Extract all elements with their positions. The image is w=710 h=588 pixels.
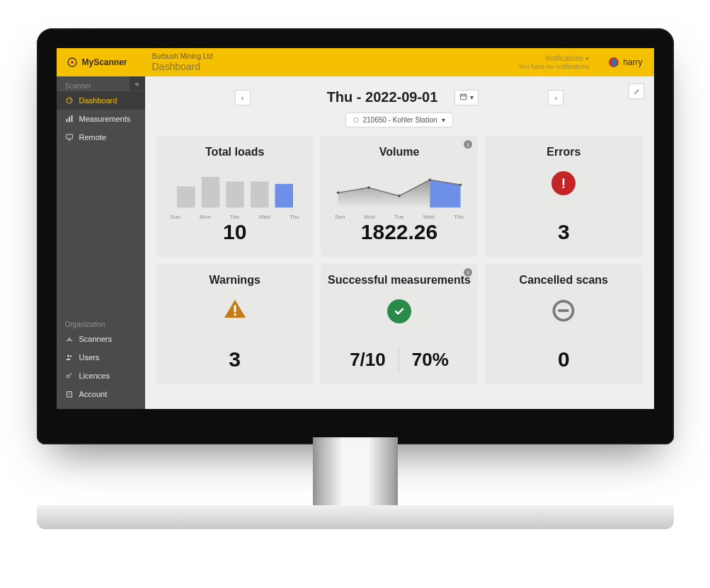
svg-rect-10 — [67, 392, 71, 398]
card-errors[interactable]: Errors 3 — [485, 136, 642, 257]
chart-day-labels: SunMonTueWedThu — [335, 214, 464, 220]
card-title: Cancelled scans — [520, 274, 608, 287]
calendar-icon — [459, 93, 467, 102]
dashboard-cards: Total loads SunMonTueWedThu 10 i Volume … — [156, 136, 643, 384]
chart-day-labels: SunMonTueWedThu — [171, 214, 299, 220]
date-navigator: ‹ Thu - 2022-09-01 ▾ › — [156, 89, 643, 105]
svg-point-18 — [367, 186, 370, 189]
svg-point-23 — [234, 313, 236, 316]
monitor-chin — [37, 505, 674, 529]
svg-rect-15 — [251, 182, 268, 208]
chevron-left-icon: ‹ — [241, 93, 244, 102]
svg-point-21 — [459, 183, 462, 186]
svg-rect-5 — [71, 115, 72, 122]
topbar: MyScanner Burbush Mining Ltd Dashboard N… — [57, 48, 654, 76]
svg-rect-4 — [69, 117, 70, 122]
svg-point-17 — [337, 192, 340, 195]
notifications[interactable]: Notifications ▾ You have no notification… — [518, 54, 597, 71]
brand[interactable]: MyScanner — [57, 57, 145, 68]
card-volume[interactable]: i Volume SunMonTueWedThu 1822.26 — [321, 136, 478, 257]
chevron-down-icon: ▾ — [585, 54, 589, 62]
key-icon — [65, 371, 74, 380]
chevron-down-icon: ▾ — [470, 93, 474, 101]
svg-point-8 — [69, 355, 71, 357]
chevron-right-icon: › — [555, 93, 558, 102]
dashboard-icon — [65, 96, 74, 105]
card-title: Warnings — [210, 274, 260, 287]
expand-icon: ⤢ — [634, 88, 639, 96]
sidebar-item-label: Licences — [79, 371, 110, 380]
sidebar-item-label: Account — [79, 390, 108, 398]
svg-point-19 — [398, 195, 401, 197]
svg-rect-11 — [461, 94, 466, 99]
user-avatar-icon: 👤 — [609, 57, 619, 67]
svg-point-9 — [67, 375, 69, 378]
success-percentage: 70% — [412, 349, 449, 371]
sidebar-item-label: Dashboard — [79, 96, 118, 105]
breadcrumb: Burbush Mining Ltd Dashboard — [145, 50, 220, 76]
svg-rect-14 — [226, 182, 244, 208]
station-status-dot-icon — [353, 117, 358, 122]
sidebar-item-label: Users — [79, 353, 100, 362]
next-day-button[interactable]: › — [548, 90, 563, 105]
card-value: 3 — [558, 220, 570, 244]
card-title: Errors — [546, 146, 580, 158]
sidebar-item-dashboard[interactable]: Dashboard — [57, 91, 145, 110]
sidebar-item-licences[interactable]: Licences — [57, 367, 145, 385]
svg-rect-16 — [275, 184, 292, 207]
total-loads-bar-chart — [171, 166, 299, 211]
card-title: Successful measurements — [328, 274, 471, 287]
notifications-title: Notifications — [545, 54, 583, 62]
brand-name: MyScanner — [82, 57, 127, 67]
info-icon[interactable]: i — [464, 268, 472, 277]
signal-icon — [65, 335, 74, 343]
svg-rect-3 — [66, 119, 67, 122]
sidebar-item-account[interactable]: Account — [57, 385, 145, 403]
user-menu[interactable]: 👤 harry — [597, 57, 653, 67]
monitor-frame: MyScanner Burbush Mining Ltd Dashboard N… — [37, 28, 674, 529]
svg-point-1 — [71, 61, 74, 64]
info-icon[interactable]: i — [464, 140, 472, 149]
card-successful-measurements[interactable]: i Successful measurements 7/10 70% — [321, 264, 478, 384]
calendar-picker-button[interactable]: ▾ — [454, 90, 479, 105]
sidebar-section-organization: Organization — [57, 315, 145, 330]
monitor-icon — [65, 133, 74, 142]
users-icon — [65, 353, 74, 362]
svg-point-20 — [428, 178, 431, 181]
card-cancelled-scans[interactable]: Cancelled scans 0 — [485, 264, 642, 384]
chart-bars-icon — [65, 115, 74, 123]
card-value: 0 — [558, 347, 570, 371]
sidebar-item-label: Remote — [79, 133, 107, 142]
card-total-loads[interactable]: Total loads SunMonTueWedThu 10 — [156, 136, 314, 257]
svg-rect-12 — [177, 186, 195, 207]
prev-day-button[interactable]: ‹ — [235, 90, 251, 105]
monitor-bezel: MyScanner Burbush Mining Ltd Dashboard N… — [37, 28, 674, 444]
sidebar-item-measurements[interactable]: Measurements — [57, 110, 145, 128]
card-value: 10 — [223, 220, 246, 244]
station-label: 210650 - Kohler Station — [362, 116, 437, 124]
svg-rect-6 — [66, 134, 72, 139]
sidebar-item-remote[interactable]: Remote — [57, 128, 145, 146]
fullscreen-button[interactable]: ⤢ — [629, 83, 644, 99]
card-title: Total loads — [205, 146, 264, 158]
warning-icon — [222, 296, 248, 325]
sidebar-collapse-button[interactable]: « — [130, 76, 145, 91]
card-value: 3 — [229, 347, 241, 371]
station-selector[interactable]: 210650 - Kohler Station ▾ — [345, 113, 452, 127]
checkmark-icon — [387, 299, 411, 323]
sidebar: « Scanner Dashboard Measurements — [57, 76, 145, 409]
card-value: 1822.26 — [361, 220, 437, 244]
sidebar-item-scanners[interactable]: Scanners — [57, 330, 145, 348]
breadcrumb-org: Burbush Mining Ltd — [152, 52, 213, 61]
success-ratio: 7/10 — [350, 349, 386, 371]
volume-area-chart — [335, 166, 464, 211]
card-warnings[interactable]: Warnings 3 — [156, 264, 314, 384]
date-title: Thu - 2022-09-01 — [320, 89, 445, 105]
chevron-down-icon: ▾ — [442, 116, 445, 124]
sidebar-item-users[interactable]: Users — [57, 348, 145, 367]
chevron-double-left-icon: « — [135, 80, 139, 88]
building-icon — [65, 390, 74, 398]
error-icon — [551, 171, 576, 195]
svg-rect-13 — [201, 177, 219, 207]
sidebar-item-label: Measurements — [79, 115, 131, 123]
